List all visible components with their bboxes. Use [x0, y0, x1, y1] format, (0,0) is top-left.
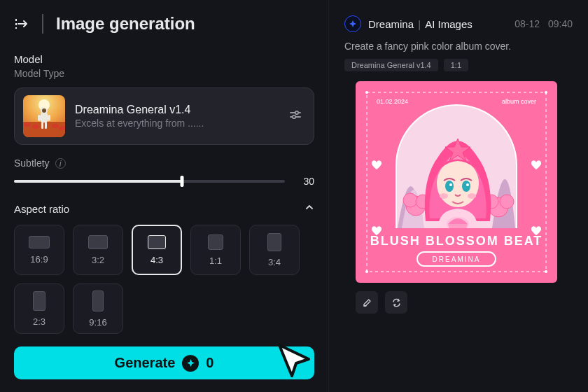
model-selector[interactable]: Dreamina General v1.4 Excels at everythi… — [14, 88, 314, 145]
model-type-label: Model Type — [14, 68, 314, 79]
svg-text:BLUSH BLOSSOM BEAT: BLUSH BLOSSOM BEAT — [370, 234, 543, 248]
sliders-icon[interactable] — [288, 108, 305, 125]
svg-point-14 — [42, 108, 46, 113]
svg-rect-10 — [38, 115, 41, 121]
edit-button[interactable] — [356, 291, 378, 314]
aspect-ratio-option-3-2[interactable]: 3:2 — [73, 225, 123, 275]
subtlety-slider[interactable] — [14, 180, 285, 183]
ratio-label: 2:3 — [33, 316, 46, 327]
generate-label: Generate — [115, 355, 176, 371]
svg-text:album cover: album cover — [502, 98, 536, 105]
svg-point-24 — [545, 270, 547, 273]
regenerate-button[interactable] — [385, 291, 407, 314]
svg-rect-13 — [45, 122, 47, 129]
aspect-ratio-option-4-3[interactable]: 4:3 — [132, 225, 182, 275]
aspect-ratio-option-3-4[interactable]: 3:4 — [249, 225, 300, 275]
svg-point-18 — [293, 115, 295, 118]
ratio-label: 3:4 — [268, 257, 281, 267]
svg-rect-9 — [41, 113, 48, 122]
model-desc: Excels at everything from ...... — [75, 118, 279, 129]
svg-point-23 — [365, 270, 368, 273]
generate-button[interactable]: Generate 0 — [14, 346, 314, 379]
app-avatar-icon — [344, 15, 361, 32]
svg-point-5 — [32, 125, 39, 129]
svg-text:DREAMINA: DREAMINA — [433, 255, 481, 263]
svg-text:01.02.2024: 01.02.2024 — [377, 98, 408, 105]
ratio-label: 3:2 — [92, 255, 104, 265]
result-app-label: Dreamina | AI Images — [368, 18, 472, 30]
svg-point-36 — [445, 181, 454, 192]
svg-point-22 — [545, 91, 547, 94]
svg-point-6 — [52, 124, 59, 128]
ratio-label: 16:9 — [30, 254, 48, 265]
collapse-icon[interactable] — [14, 16, 29, 31]
svg-rect-11 — [48, 115, 50, 121]
svg-point-37 — [449, 183, 452, 186]
ratio-label: 4:3 — [150, 255, 163, 265]
svg-point-4 — [24, 122, 31, 127]
ratio-shape-icon — [92, 290, 104, 312]
ratio-label: 1:1 — [209, 255, 222, 266]
svg-point-21 — [365, 91, 368, 94]
ratio-shape-icon — [208, 234, 223, 250]
aspect-ratio-option-9-16[interactable]: 9:16 — [73, 284, 123, 334]
model-thumbnail — [23, 95, 65, 137]
aspect-ratio-label: Aspect ratio — [14, 203, 69, 215]
subtlety-label: Subtlety — [14, 158, 50, 169]
svg-point-41 — [468, 193, 476, 199]
ratio-shape-icon — [148, 235, 166, 249]
page-title: Image generation — [56, 14, 195, 34]
result-prompt: Create a fancy pink color album cover. — [344, 41, 573, 52]
model-section-label: Model — [14, 53, 314, 65]
svg-point-40 — [440, 193, 448, 199]
ratio-label: 9:16 — [89, 317, 106, 328]
result-chip: Dreamina General v1.4 — [344, 59, 438, 71]
info-icon[interactable]: i — [55, 158, 66, 169]
svg-rect-12 — [41, 122, 43, 129]
svg-point-32 — [500, 195, 514, 209]
generate-count: 0 — [206, 355, 214, 371]
aspect-ratio-option-16-9[interactable]: 16:9 — [14, 225, 64, 275]
aspect-ratio-toggle[interactable]: Aspect ratio — [14, 202, 314, 215]
svg-point-29 — [403, 193, 417, 207]
aspect-ratio-option-1-1[interactable]: 1:1 — [190, 225, 241, 275]
ratio-shape-icon — [29, 236, 50, 248]
subtlety-value: 30 — [298, 176, 314, 187]
result-meta: 08-12 09:40 — [514, 18, 573, 29]
credit-icon — [182, 355, 199, 372]
divider — [42, 14, 43, 34]
svg-point-38 — [462, 181, 470, 192]
ratio-shape-icon — [88, 235, 108, 249]
svg-point-34 — [437, 160, 479, 207]
svg-point-16 — [295, 111, 298, 114]
model-name: Dreamina General v1.4 — [75, 104, 279, 116]
chevron-up-icon — [304, 202, 314, 215]
result-chip: 1:1 — [444, 59, 468, 71]
svg-point-39 — [466, 183, 469, 186]
ratio-shape-icon — [33, 291, 46, 311]
ratio-shape-icon — [267, 233, 281, 251]
aspect-ratio-option-2-3[interactable]: 2:3 — [14, 284, 64, 334]
generated-image[interactable]: 01.02.2024 album cover — [356, 81, 557, 283]
